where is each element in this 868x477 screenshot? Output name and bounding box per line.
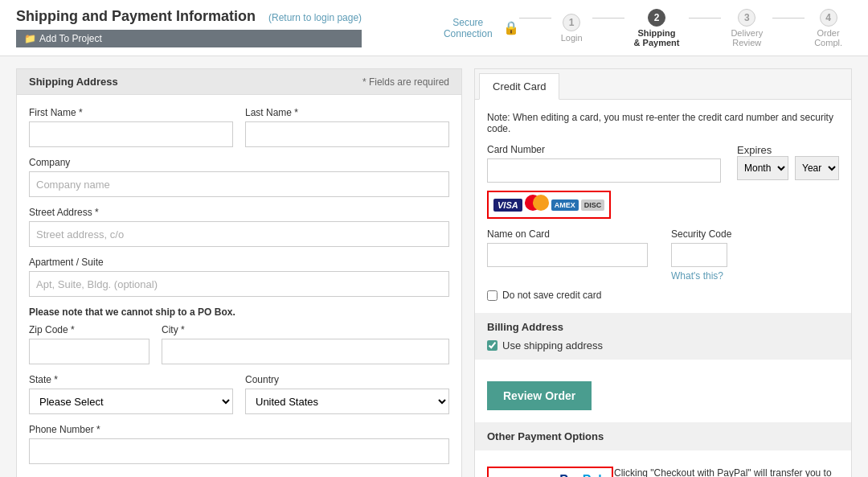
shipping-panel-header: Shipping Address * Fields are required — [17, 69, 461, 95]
country-group: Country United States — [245, 374, 449, 414]
card-icons-row: VISA AMEX DISC — [487, 191, 611, 219]
secure-connection: Secure Connection — [444, 17, 497, 39]
country-label: Country — [245, 374, 449, 385]
return-login-link[interactable]: (Return to login page) — [268, 12, 362, 23]
first-name-label: First Name * — [29, 107, 233, 118]
step-order-label: OrderCompl. — [814, 28, 842, 47]
step-shipping-label: Shipping& Payment — [634, 28, 680, 47]
city-input[interactable] — [162, 339, 449, 364]
state-label: State * — [29, 374, 233, 385]
step-login: 1 Login — [551, 14, 592, 43]
security-code-input[interactable] — [671, 243, 727, 267]
company-input[interactable] — [29, 171, 449, 197]
year-select[interactable]: Year — [795, 156, 839, 180]
secure-label: Secure Connection — [444, 17, 493, 39]
po-box-note: Please note that we cannot ship to a PO … — [29, 306, 449, 318]
shipping-panel-body: First Name * Last Name * Company Street … — [17, 95, 461, 476]
apt-group: Apartment / Suite — [29, 257, 449, 297]
tab-bar: Credit Card — [475, 69, 851, 100]
step-delivery: 3 DeliveryReview — [721, 9, 772, 47]
name-row: First Name * Last Name * — [29, 107, 449, 147]
paypal-button[interactable]: Check out with PayPal — [487, 467, 613, 477]
state-select[interactable]: Please Select — [29, 389, 233, 414]
card-note: Note: When editing a card, you must re-e… — [487, 112, 839, 134]
city-label: City * — [162, 324, 449, 335]
progress-steps: Secure Connection 🔒 1 Login 2 Shipping& … — [444, 9, 852, 47]
state-country-row: State * Please Select Country United Sta… — [29, 374, 449, 414]
review-order-button[interactable]: Review Order — [487, 381, 592, 410]
note-text: When editing a card, you must re-enter t… — [487, 112, 833, 134]
header-title-row: Shipping and Payment Information (Return… — [16, 8, 362, 25]
card-number-group: Card Number — [487, 144, 721, 183]
country-select[interactable]: United States — [245, 389, 449, 414]
expires-label: Expires — [737, 144, 839, 156]
street-input[interactable] — [29, 221, 449, 247]
first-name-group: First Name * — [29, 107, 233, 147]
visa-icon: VISA — [493, 199, 522, 212]
svg-point-1 — [533, 195, 549, 211]
card-number-input[interactable] — [487, 158, 721, 183]
amex-icon: AMEX — [551, 199, 579, 211]
review-order-row: Review Order — [487, 372, 839, 422]
use-shipping-checkbox[interactable] — [487, 340, 497, 351]
step-circle-3: 3 — [738, 9, 755, 27]
add-project-button[interactable]: 📁 Add To Project — [16, 30, 362, 47]
step-line-3 — [772, 18, 805, 19]
apt-label: Apartment / Suite — [29, 257, 449, 268]
mc-icon — [525, 195, 549, 215]
whats-this-link[interactable]: What's this? — [671, 270, 839, 282]
phone-input[interactable] — [29, 438, 449, 464]
apt-input[interactable] — [29, 271, 449, 297]
last-name-input[interactable] — [245, 121, 449, 147]
step-circle-2: 2 — [648, 9, 665, 27]
name-on-card-group: Name on Card — [487, 228, 655, 282]
paypal-row: Check out with PayPal Clicking "Checkout… — [487, 458, 839, 477]
step-circle-4: 4 — [820, 9, 837, 27]
discover-icon: DISC — [581, 199, 605, 211]
required-note: * Fields are required — [362, 76, 449, 88]
payment-panel: Credit Card Note: When editing a card, y… — [474, 68, 852, 477]
first-name-input[interactable] — [29, 121, 233, 147]
card-fields-row: Card Number Expires Month Year — [487, 144, 839, 183]
zip-city-row: Zip Code * City * — [29, 324, 449, 364]
no-save-checkbox[interactable] — [487, 290, 497, 301]
phone-group: Phone Number * — [29, 424, 449, 464]
step-line-2 — [689, 18, 721, 19]
step-login-label: Login — [561, 33, 583, 43]
note-label: Note: — [487, 112, 510, 123]
zip-input[interactable] — [29, 339, 149, 364]
other-payment-title: Other Payment Options — [487, 430, 839, 442]
use-shipping-label: Use shipping address — [502, 339, 603, 352]
other-payment-section: Other Payment Options — [475, 422, 851, 450]
top-bar: Shipping and Payment Information (Return… — [0, 0, 868, 56]
shipping-panel: Shipping Address * Fields are required F… — [16, 68, 462, 477]
street-group: Street Address * — [29, 207, 449, 247]
no-save-label: Do not save credit card — [502, 290, 601, 301]
company-label: Company — [29, 157, 449, 168]
main-content: Shipping Address * Fields are required F… — [0, 56, 868, 477]
street-label: Street Address * — [29, 207, 449, 218]
tab-credit-card[interactable]: Credit Card — [479, 73, 559, 100]
last-name-group: Last Name * — [245, 107, 449, 147]
step-shipping: 2 Shipping& Payment — [624, 9, 690, 47]
card-number-label: Card Number — [487, 144, 721, 155]
security-code-label: Security Code — [671, 228, 839, 240]
expires-selects: Month Year — [737, 156, 839, 180]
step-line-0 — [519, 18, 551, 19]
billing-checkbox-row: Use shipping address — [487, 339, 839, 352]
month-select[interactable]: Month — [737, 156, 788, 180]
paypal-note: Clicking "Checkout with PayPal" will tra… — [614, 467, 839, 477]
name-on-card-input[interactable] — [487, 243, 648, 267]
phone-label: Phone Number * — [29, 424, 449, 435]
folder-icon: 📁 — [24, 33, 36, 44]
security-code-group: Security Code What's this? — [671, 228, 839, 282]
step-order: 4 OrderCompl. — [805, 9, 852, 47]
top-bar-left: Shipping and Payment Information (Return… — [16, 8, 362, 47]
expires-group: Expires Month Year — [737, 144, 839, 183]
billing-title: Billing Address — [487, 321, 839, 333]
no-save-row: Do not save credit card — [487, 290, 839, 301]
paypal-logo: PayPal — [559, 473, 601, 477]
state-group: State * Please Select — [29, 374, 233, 414]
zip-label: Zip Code * — [29, 324, 149, 335]
name-security-row: Name on Card Security Code What's this? — [487, 228, 839, 282]
